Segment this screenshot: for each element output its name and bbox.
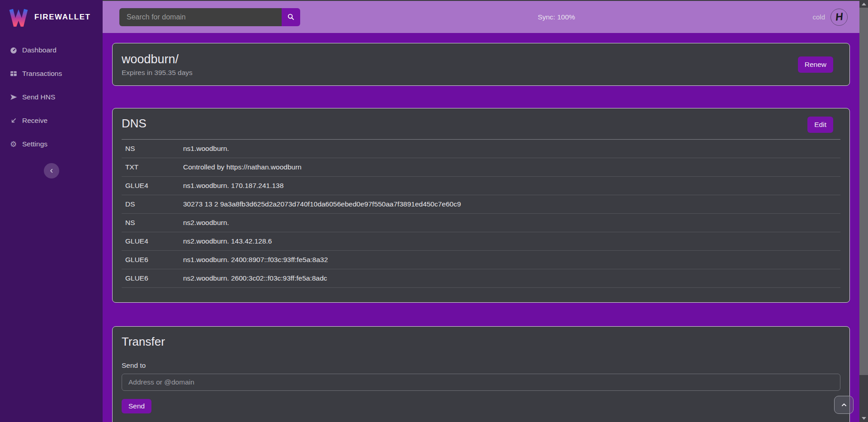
chevron-up-icon <box>840 401 848 408</box>
dns-record-value: ns1.woodburn. 170.187.241.138 <box>183 182 840 190</box>
dns-record-value: ns1.woodburn. 2400:8907::f03c:93ff:fe5a:… <box>183 256 840 264</box>
sidebar-item-label: Dashboard <box>22 46 57 54</box>
renew-button[interactable]: Renew <box>798 56 833 73</box>
dns-record-value: ns2.woodburn. 2600:3c02::f03c:93ff:fe5a:… <box>183 274 840 282</box>
dns-record-value: ns1.woodburn. <box>183 145 840 153</box>
search-input[interactable] <box>119 8 282 26</box>
domain-card-text: woodburn/ Expires in 395.35 days <box>122 52 193 77</box>
domain-search-form <box>119 8 300 26</box>
dns-record-row: TXT Controlled by https://nathan.woodbur… <box>122 158 840 177</box>
dns-record-row: NS ns2.woodburn. <box>122 214 840 232</box>
domain-expiry: Expires in 395.35 days <box>122 69 193 77</box>
dns-record-value: Controlled by https://nathan.woodburn <box>183 163 840 171</box>
window-scrollbar[interactable] <box>859 0 868 422</box>
dns-record-row: GLUE6 ns1.woodburn. 2400:8907::f03c:93ff… <box>122 251 840 269</box>
dns-record-type: GLUE4 <box>122 182 183 190</box>
dns-record-row: GLUE6 ns2.woodburn. 2600:3c02::f03c:93ff… <box>122 269 840 288</box>
scrollbar-up-arrow[interactable] <box>859 0 868 8</box>
sidebar-item-settings[interactable]: ⚙ Settings <box>0 132 103 156</box>
table-icon <box>9 70 18 78</box>
transfer-title: Transfer <box>122 335 840 349</box>
sidebar-item-dashboard[interactable]: Dashboard <box>0 38 103 62</box>
dns-title: DNS <box>122 117 146 131</box>
chevron-left-icon <box>49 168 54 173</box>
firewallet-w-logo <box>9 8 28 27</box>
transfer-card: Transfer Send to Send <box>112 326 850 422</box>
wallet-info: cold H <box>812 9 848 26</box>
dns-record-type: GLUE6 <box>122 274 183 282</box>
dns-card-header: DNS Edit <box>113 108 849 133</box>
topbar: Sync: 100% cold H <box>103 1 859 33</box>
send-to-label: Send to <box>122 361 840 370</box>
dns-record-row: GLUE4 ns2.woodburn. 143.42.128.6 <box>122 232 840 251</box>
transfer-recipient-input[interactable] <box>122 374 840 391</box>
send-icon <box>9 93 18 101</box>
edit-dns-button[interactable]: Edit <box>807 117 833 133</box>
dns-card: DNS Edit NS ns1.woodburn. TXT Controlled… <box>112 108 850 303</box>
sidebar-collapse-button[interactable] <box>44 163 59 178</box>
main-column: Sync: 100% cold H woodburn/ Expires in 3… <box>103 0 859 422</box>
sync-status-wrap: Sync: 100% <box>300 13 812 21</box>
scrollbar-down-arrow[interactable] <box>859 414 868 422</box>
brand[interactable]: FIREWALLET <box>0 0 103 33</box>
search-icon <box>287 13 295 21</box>
app-title: FIREWALLET <box>34 13 91 22</box>
sidebar-item-transactions[interactable]: Transactions <box>0 62 103 85</box>
sidebar-item-send-hns[interactable]: Send HNS <box>0 85 103 109</box>
handshake-logo[interactable]: H <box>830 9 848 26</box>
dns-record-row: DS 30273 13 2 9a3a8fb3d625d2a2073d740f10… <box>122 195 840 214</box>
receive-arrow-icon <box>9 117 18 124</box>
scrollbar-thumb[interactable] <box>859 8 868 375</box>
gear-icon: ⚙ <box>9 140 18 149</box>
dns-record-value: ns2.woodburn. <box>183 219 840 227</box>
domain-card: woodburn/ Expires in 395.35 days Renew <box>112 43 850 86</box>
sidebar: FIREWALLET Dashboard Transactions Send H… <box>0 0 103 422</box>
dns-record-type: TXT <box>122 163 183 171</box>
dns-record-type: NS <box>122 219 183 227</box>
sync-status: Sync: 100% <box>538 13 575 21</box>
dns-record-type: GLUE6 <box>122 256 183 264</box>
dns-record-value: 30273 13 2 9a3a8fb3d625d2a2073d740f10da6… <box>183 200 840 208</box>
dns-records-table: NS ns1.woodburn. TXT Controlled by https… <box>122 140 840 288</box>
domain-title: woodburn/ <box>122 52 193 66</box>
sidebar-item-receive[interactable]: Receive <box>0 109 103 132</box>
dns-record-type: GLUE4 <box>122 237 183 245</box>
dns-record-value: ns2.woodburn. 143.42.128.6 <box>183 237 840 245</box>
scroll-to-top-button[interactable] <box>834 396 854 414</box>
dns-record-row: GLUE4 ns1.woodburn. 170.187.241.138 <box>122 177 840 195</box>
sidebar-item-label: Transactions <box>22 70 62 78</box>
sidebar-item-label: Send HNS <box>22 93 55 101</box>
sidebar-item-label: Settings <box>22 140 47 148</box>
search-button[interactable] <box>282 8 300 26</box>
dns-record-row: NS ns1.woodburn. <box>122 140 840 158</box>
send-transfer-button[interactable]: Send <box>122 399 151 413</box>
sidebar-nav: Dashboard Transactions Send HNS Receive … <box>0 38 103 156</box>
gauge-icon <box>9 46 18 54</box>
sidebar-item-label: Receive <box>22 117 47 125</box>
wallet-name-badge: cold <box>812 13 825 21</box>
dns-record-type: DS <box>122 200 183 208</box>
dns-record-type: NS <box>122 145 183 153</box>
page-content: woodburn/ Expires in 395.35 days Renew D… <box>103 33 859 422</box>
